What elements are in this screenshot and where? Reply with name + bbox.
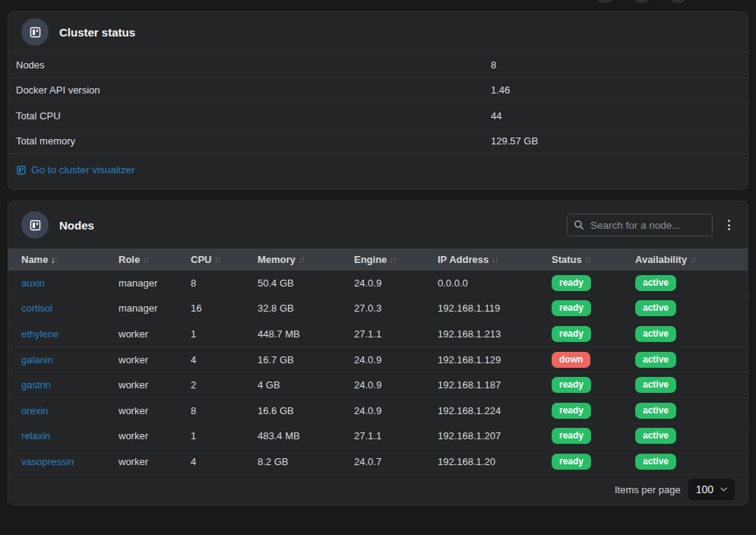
items-per-page-select[interactable]: 100 <box>688 479 735 500</box>
node-ip-cell: 0.0.0.0 <box>438 277 552 289</box>
node-memory-cell: 8.2 GB <box>258 456 354 467</box>
topbar-button[interactable] <box>630 0 653 3</box>
cluster-status-row: Docker API version 1.46 <box>8 78 748 104</box>
node-search <box>567 214 713 236</box>
node-engine-cell: 24.0.9 <box>354 277 438 289</box>
node-memory-cell: 448.7 MB <box>258 328 354 340</box>
cluster-status-label: Total memory <box>16 135 491 147</box>
cluster-status-label: Nodes <box>16 59 491 71</box>
availability-badge: active <box>635 300 676 316</box>
cluster-status-header: Cluster status <box>8 12 748 52</box>
column-header[interactable]: IP Address ↓↑ <box>438 254 552 265</box>
column-label: Role <box>119 254 140 265</box>
availability-badge: active <box>635 454 676 470</box>
column-header[interactable]: Availability ↓↑ <box>635 254 735 265</box>
node-name-link[interactable]: galanin <box>21 354 53 366</box>
availability-badge: active <box>635 275 676 291</box>
availability-badge: active <box>635 326 676 342</box>
table-row: vasopressin worker 4 8.2 GB 24.0.7 192.1… <box>8 449 748 475</box>
node-ip-cell: 192.168.1.187 <box>438 379 552 391</box>
node-availability-cell: active <box>635 454 735 470</box>
node-status-cell: ready <box>552 275 635 291</box>
node-name-link[interactable]: orexin <box>21 405 48 416</box>
cluster-status-row: Total CPU 44 <box>8 103 748 129</box>
column-label: Status <box>552 254 582 265</box>
node-memory-cell: 16.7 GB <box>258 354 354 366</box>
column-header[interactable]: Name ↓↑ <box>21 254 119 265</box>
cluster-visualizer-link[interactable]: Go to cluster visualizer <box>16 164 135 176</box>
node-name-cell: auxin <box>21 277 119 289</box>
node-role-cell: worker <box>119 405 191 416</box>
node-name-link[interactable]: ethylene <box>21 328 59 340</box>
column-label: IP Address <box>438 254 489 265</box>
node-role-cell: manager <box>119 302 191 314</box>
nodes-icon <box>29 219 42 232</box>
column-label: Availability <box>635 254 687 265</box>
column-header[interactable]: CPU ↓↑ <box>191 254 258 265</box>
table-row: gastrin worker 2 4 GB 24.0.9 192.168.1.1… <box>8 372 748 398</box>
node-engine-cell: 27.1.1 <box>354 328 438 340</box>
column-header[interactable]: Engine ↓↑ <box>354 254 438 265</box>
node-name-link[interactable]: cortisol <box>21 302 52 314</box>
topbar-button[interactable] <box>593 0 616 3</box>
status-badge: ready <box>552 300 591 316</box>
node-cpu-cell: 4 <box>191 354 258 366</box>
kebab-menu-icon[interactable] <box>723 217 735 233</box>
column-header[interactable]: Status ↓↑ <box>552 254 635 265</box>
node-name-cell: ethylene <box>21 328 119 340</box>
node-engine-cell: 27.1.1 <box>354 430 438 442</box>
table-row: auxin manager 8 50.4 GB 24.0.9 0.0.0.0 r… <box>8 271 748 296</box>
node-name-link[interactable]: gastrin <box>21 379 51 391</box>
column-header[interactable]: Memory ↓↑ <box>258 254 354 265</box>
cluster-status-value: 8 <box>491 59 740 71</box>
nodes-widget: Nodes Name ↓↑ Role ↓↑ CPU ↓↑ Memory ↓↑ <box>8 201 748 505</box>
node-ip-cell: 192.168.1.119 <box>438 302 552 314</box>
table-row: relaxin worker 1 483.4 MB 27.1.1 192.168… <box>8 424 748 450</box>
node-engine-cell: 24.0.7 <box>354 456 438 467</box>
node-status-cell: ready <box>552 377 635 393</box>
table-row: orexin worker 8 16.6 GB 24.0.9 192.168.1… <box>8 398 748 424</box>
node-cpu-cell: 8 <box>191 277 258 289</box>
topbar-button[interactable] <box>666 0 689 3</box>
sort-arrows-icon: ↓↑ <box>142 255 148 265</box>
search-input[interactable] <box>567 214 713 236</box>
column-label: CPU <box>191 254 211 265</box>
node-role-cell: worker <box>119 379 191 391</box>
node-name-cell: relaxin <box>21 430 119 442</box>
node-cpu-cell: 1 <box>191 430 258 442</box>
status-badge: ready <box>552 403 591 419</box>
node-cpu-cell: 16 <box>191 302 258 314</box>
node-role-cell: worker <box>119 328 191 340</box>
widget-icon-circle <box>21 211 49 239</box>
column-header[interactable]: Role ↓↑ <box>119 254 191 265</box>
node-status-cell: ready <box>552 326 635 342</box>
node-availability-cell: active <box>635 275 735 291</box>
node-cpu-cell: 4 <box>191 456 258 467</box>
node-engine-cell: 24.0.9 <box>354 354 438 366</box>
cluster-icon <box>29 26 42 39</box>
node-engine-cell: 27.0.3 <box>354 302 438 314</box>
page-title: Cluster status <box>59 26 135 39</box>
node-availability-cell: active <box>635 326 735 342</box>
node-name-link[interactable]: auxin <box>21 277 45 289</box>
nodes-table-footer: Items per page 100 <box>8 475 748 505</box>
node-availability-cell: active <box>635 428 735 444</box>
node-engine-cell: 24.0.9 <box>354 405 438 416</box>
status-badge: down <box>552 352 590 368</box>
nodes-table-body: auxin manager 8 50.4 GB 24.0.9 0.0.0.0 r… <box>8 271 748 475</box>
column-label: Engine <box>354 254 387 265</box>
node-name-link[interactable]: relaxin <box>21 430 50 442</box>
chevron-down-icon <box>720 487 727 492</box>
cluster-status-row: Total memory 129.57 GB <box>8 129 748 155</box>
cluster-visualizer-icon <box>16 165 27 176</box>
node-memory-cell: 16.6 GB <box>258 405 354 416</box>
node-memory-cell: 483.4 MB <box>258 430 354 442</box>
node-name-link[interactable]: vasopressin <box>21 456 74 467</box>
cluster-status-value: 44 <box>491 110 740 122</box>
node-ip-cell: 192.168.1.207 <box>438 430 552 442</box>
cluster-status-value: 129.57 GB <box>491 135 740 147</box>
sort-arrows-icon: ↓↑ <box>50 255 56 265</box>
node-availability-cell: active <box>635 377 735 393</box>
node-status-cell: ready <box>552 428 635 444</box>
node-engine-cell: 24.0.9 <box>354 379 438 391</box>
